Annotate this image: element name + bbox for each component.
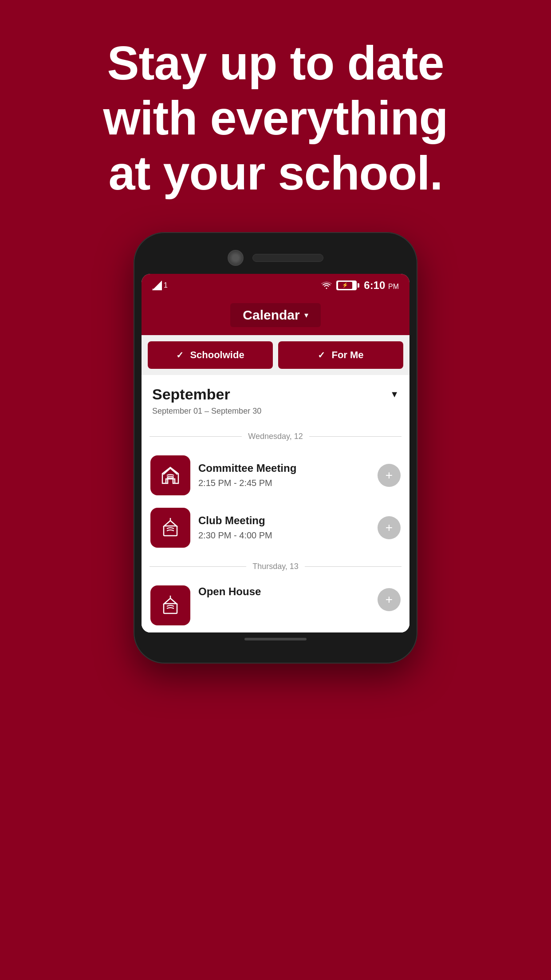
club-meeting-time: 2:30 PM - 4:00 PM xyxy=(198,530,370,541)
hero-section: Stay up to date with everything at your … xyxy=(0,0,551,223)
time-display: 6:10 PM xyxy=(364,279,399,292)
open-house-add-button[interactable]: + xyxy=(378,588,401,611)
committee-meeting-icon-box xyxy=(150,455,190,495)
wifi-icon xyxy=(321,281,332,289)
phone-bottom xyxy=(142,632,409,646)
open-house-icon-box xyxy=(150,585,190,625)
committee-meeting-item: Committee Meeting 2:15 PM - 2:45 PM + xyxy=(142,449,409,502)
thursday-divider-line-right xyxy=(305,566,401,567)
phone-container: 1 ⚡ xyxy=(0,223,551,664)
signal-icon xyxy=(152,281,162,290)
header-chevron-icon: ▾ xyxy=(304,310,308,320)
battery-indicator: ⚡ xyxy=(336,281,359,290)
committee-meeting-title: Committee Meeting xyxy=(198,462,370,474)
svg-rect-1 xyxy=(152,288,154,290)
thursday-divider: Thursday, 13 xyxy=(142,554,409,579)
committee-meeting-add-button[interactable]: + xyxy=(378,464,401,487)
phone-top-bar xyxy=(142,245,409,274)
camera xyxy=(228,250,244,266)
month-name: September xyxy=(152,386,230,403)
signal-area: 1 xyxy=(152,281,168,290)
month-header[interactable]: September ▼ xyxy=(142,375,409,407)
for-me-filter-button[interactable]: ✓ For Me xyxy=(278,341,403,369)
calendar-content: September ▼ September 01 – September 30 … xyxy=(142,375,409,632)
wednesday-label: Wednesday, 12 xyxy=(248,432,303,441)
schoolwide-filter-button[interactable]: ✓ Schoolwide xyxy=(148,341,273,369)
committee-meeting-details: Committee Meeting 2:15 PM - 2:45 PM xyxy=(198,462,370,488)
hero-line1: Stay up to date xyxy=(107,36,444,90)
open-house-title: Open House xyxy=(198,585,401,598)
app-header[interactable]: Calendar ▾ xyxy=(142,295,409,335)
committee-meeting-time: 2:15 PM - 2:45 PM xyxy=(198,478,370,488)
schoolwide-label: Schoolwide xyxy=(190,349,244,361)
thursday-divider-line-left xyxy=(150,566,246,567)
hero-line2: with everything xyxy=(103,91,448,145)
club-meeting-icon-box xyxy=(150,508,190,548)
for-me-check-icon: ✓ xyxy=(318,350,325,360)
club-meeting-item: Club Meeting 2:30 PM - 4:00 PM + xyxy=(142,502,409,554)
signal-label: 1 xyxy=(164,281,168,289)
speaker xyxy=(252,254,323,262)
club-meeting-add-button[interactable]: + xyxy=(378,516,401,539)
divider-line-left xyxy=(150,436,242,437)
book-icon xyxy=(159,464,182,487)
for-me-label: For Me xyxy=(331,349,363,361)
book-icon-3 xyxy=(159,594,182,617)
wednesday-divider: Wednesday, 12 xyxy=(142,424,409,449)
battery-bolt: ⚡ xyxy=(342,282,348,288)
hero-line3: at your school. xyxy=(108,146,442,200)
phone-screen: 1 ⚡ xyxy=(142,274,409,632)
phone-shell: 1 ⚡ xyxy=(134,232,417,664)
schoolwide-check-icon: ✓ xyxy=(176,350,184,360)
open-house-item: Open House + xyxy=(142,579,409,632)
book-icon-2 xyxy=(159,516,182,539)
club-meeting-details: Club Meeting 2:30 PM - 4:00 PM xyxy=(198,514,370,541)
status-bar: 1 ⚡ xyxy=(142,274,409,295)
month-range: September 01 – September 30 xyxy=(142,407,409,424)
right-icons: ⚡ 6:10 PM xyxy=(321,279,399,292)
home-indicator xyxy=(244,638,307,640)
open-house-details: Open House xyxy=(198,585,401,601)
app-title: Calendar xyxy=(243,308,299,323)
thursday-label: Thursday, 13 xyxy=(252,562,299,571)
club-meeting-title: Club Meeting xyxy=(198,514,370,527)
divider-line-right xyxy=(309,436,401,437)
month-chevron-icon: ▼ xyxy=(390,389,399,399)
filter-bar: ✓ Schoolwide ✓ For Me xyxy=(142,335,409,375)
